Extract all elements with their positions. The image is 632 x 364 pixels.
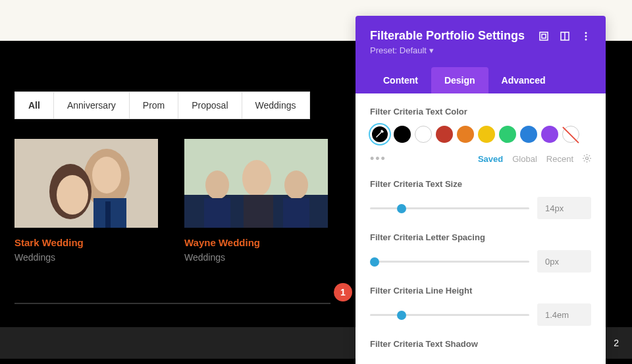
portfolio-category: Weddings [14, 252, 158, 263]
divider [14, 303, 330, 304]
svg-rect-12 [204, 198, 230, 228]
line-height-slider[interactable] [370, 314, 529, 316]
annotation-badge: 1 [334, 283, 352, 301]
gear-icon[interactable] [583, 154, 591, 165]
svg-rect-4 [105, 201, 111, 228]
filter-tab-all[interactable]: All [15, 92, 54, 118]
svg-point-6 [92, 157, 121, 194]
color-swatch-green[interactable] [499, 126, 516, 143]
panel-body: Filter Criteria Text Color ••• Saved Glo… [356, 93, 606, 364]
letter-spacing-slider[interactable] [370, 261, 529, 263]
menu-dots-icon[interactable] [581, 31, 591, 41]
svg-point-20 [585, 35, 587, 37]
portfolio-item[interactable]: Wayne Wedding Weddings [184, 139, 328, 263]
svg-point-19 [585, 32, 587, 34]
tab-content[interactable]: Content [370, 67, 431, 93]
color-swatch-yellow[interactable] [478, 126, 495, 143]
expand-icon[interactable] [539, 31, 549, 41]
text-size-label: Filter Criteria Text Size [370, 179, 591, 189]
filter-tab-weddings[interactable]: Weddings [242, 92, 309, 118]
slider-thumb[interactable] [397, 311, 406, 320]
eyedropper-swatch[interactable] [370, 124, 390, 144]
color-swatch-orange[interactable] [457, 126, 474, 143]
svg-rect-16 [542, 34, 546, 38]
portfolio-image [184, 139, 328, 228]
preset-dropdown[interactable]: Preset: Default ▾ [370, 45, 591, 55]
svg-point-22 [586, 157, 589, 159]
text-shadow-label: Filter Criteria Text Shadow [370, 339, 591, 349]
svg-rect-13 [244, 195, 273, 228]
portfolio-title: Stark Wedding [14, 237, 158, 248]
letter-spacing-value[interactable]: 0px [537, 250, 591, 273]
svg-rect-15 [540, 32, 548, 40]
portfolio-grid: Stark Wedding Weddings Wayne Wedding Wed… [14, 139, 328, 263]
line-height-label: Filter Criteria Line Height [370, 286, 591, 296]
line-height-value[interactable]: 1.4em [537, 303, 591, 326]
portfolio-title: Wayne Wedding [184, 237, 328, 248]
svg-point-9 [205, 170, 229, 199]
text-size-value[interactable]: 14px [537, 197, 591, 219]
more-dots-icon[interactable]: ••• [370, 152, 386, 166]
color-swatch-purple[interactable] [541, 126, 558, 143]
layout-icon[interactable] [560, 31, 570, 41]
chevron-down-icon: ▾ [429, 45, 434, 55]
svg-rect-14 [283, 198, 309, 228]
color-swatch-black[interactable] [394, 126, 411, 143]
text-size-slider[interactable] [370, 207, 529, 209]
letter-spacing-label: Filter Criteria Letter Spacing [370, 232, 591, 242]
svg-point-11 [284, 170, 308, 199]
portfolio-category: Weddings [184, 252, 328, 263]
filter-tab-anniversary[interactable]: Anniversary [54, 92, 130, 118]
color-swatches [370, 124, 591, 144]
settings-panel: Filterable Portfolio Settings Preset: De… [356, 16, 606, 364]
palette-saved[interactable]: Saved [478, 154, 503, 164]
palette-recent[interactable]: Recent [546, 154, 573, 164]
page-number[interactable]: 2 [608, 338, 624, 348]
svg-point-5 [57, 175, 88, 215]
color-swatch-white[interactable] [415, 126, 432, 143]
tab-design[interactable]: Design [431, 67, 488, 93]
color-swatch-red[interactable] [436, 126, 453, 143]
palette-global[interactable]: Global [512, 154, 537, 164]
filter-tab-proposal[interactable]: Proposal [178, 92, 242, 118]
tab-advanced[interactable]: Advanced [488, 67, 559, 93]
svg-point-10 [242, 160, 271, 197]
color-swatch-none[interactable] [562, 126, 579, 143]
svg-point-21 [585, 38, 587, 40]
panel-title: Filterable Portfolio Settings [370, 29, 525, 43]
panel-tabs: Content Design Advanced [370, 67, 591, 93]
slider-thumb[interactable] [370, 257, 379, 267]
filter-tab-prom[interactable]: Prom [130, 92, 178, 118]
portfolio-image [14, 139, 158, 228]
color-swatch-blue[interactable] [520, 126, 537, 143]
portfolio-item[interactable]: Stark Wedding Weddings [14, 139, 158, 263]
panel-header: Filterable Portfolio Settings Preset: De… [356, 16, 606, 93]
slider-thumb[interactable] [397, 204, 406, 213]
color-section-label: Filter Criteria Text Color [370, 107, 591, 117]
filter-tabs: All Anniversary Prom Proposal Weddings [14, 91, 310, 119]
